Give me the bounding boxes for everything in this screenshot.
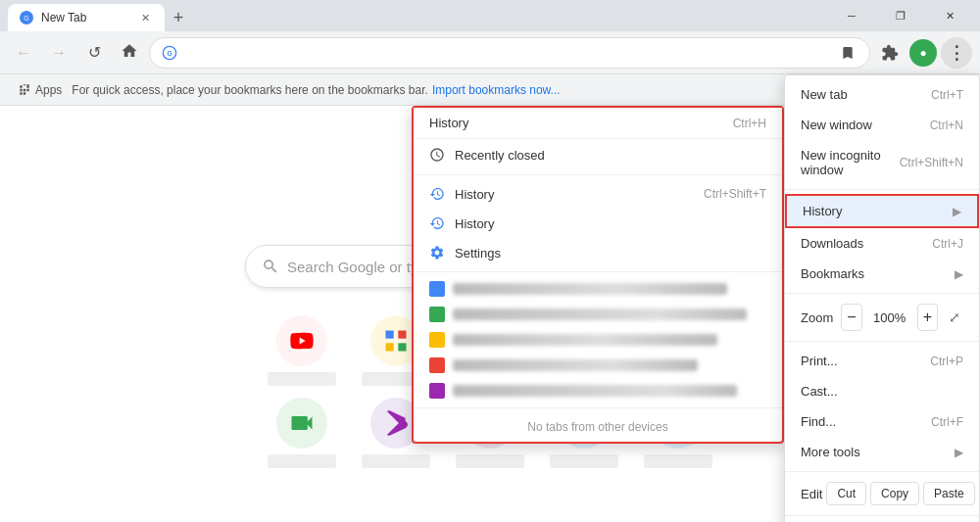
history-separator-2	[414, 271, 782, 272]
menu-downloads-shortcut: Ctrl+J	[932, 237, 963, 251]
history-item-2[interactable]: History	[414, 209, 782, 238]
cut-button[interactable]: Cut	[826, 482, 866, 505]
svg-text:G: G	[167, 49, 172, 56]
history-icon-1	[429, 186, 445, 202]
menu-new-tab[interactable]: New tab Ctrl+T	[785, 79, 979, 110]
history-separator-1	[414, 174, 782, 175]
history-item-1[interactable]: History Ctrl+Shift+T	[414, 179, 782, 209]
menu-history-arrow: ▶	[953, 205, 961, 218]
apps-button[interactable]: Apps	[12, 79, 68, 101]
no-tabs-text: No tabs from other devices	[414, 412, 782, 442]
menu-downloads[interactable]: Downloads Ctrl+J	[785, 228, 979, 259]
history-item-label-1: History	[455, 187, 694, 202]
menu-sep-3	[785, 341, 979, 342]
maximize-button[interactable]: ❐	[878, 0, 923, 31]
menu-new-tab-shortcut: Ctrl+T	[931, 88, 963, 102]
new-tab-button[interactable]: +	[165, 4, 192, 31]
recently-closed-icon	[429, 147, 445, 163]
copy-button[interactable]: Copy	[870, 482, 919, 505]
meet-icon	[276, 398, 327, 449]
linkedin-label	[550, 454, 618, 468]
address-icons	[838, 43, 858, 63]
bookmark-icon[interactable]	[838, 43, 858, 63]
history-url-2[interactable]	[414, 302, 782, 327]
svg-rect-8	[398, 343, 406, 351]
history-url-1[interactable]	[414, 276, 782, 302]
menu-new-window[interactable]: New window Ctrl+N	[785, 110, 979, 140]
google-icon: G	[162, 45, 177, 61]
menu-print-label: Print...	[801, 354, 922, 368]
history-item-label-2: History	[455, 216, 766, 231]
menu-sep-5	[785, 515, 979, 516]
svg-rect-5	[386, 331, 394, 339]
minimize-icon: ─	[848, 10, 856, 22]
zoom-plus-button[interactable]: +	[917, 304, 938, 331]
active-tab[interactable]: G New Tab ✕	[8, 4, 165, 31]
tab-favicon: G	[20, 11, 33, 24]
address-bar[interactable]: G	[149, 37, 870, 69]
menu-new-window-label: New window	[801, 118, 922, 132]
back-button[interactable]: ←	[8, 37, 39, 69]
shortcut-youtube[interactable]	[263, 315, 341, 386]
zoom-value: 100%	[870, 310, 909, 325]
bookmarks-info-text: For quick access, place your bookmarks h…	[72, 83, 428, 97]
menu-sep-2	[785, 293, 979, 294]
history-dropdown-title: History	[429, 116, 468, 130]
youtube-icon	[276, 315, 327, 366]
menu-incognito[interactable]: New incognito window Ctrl+Shift+N	[785, 140, 979, 185]
menu-cast[interactable]: Cast...	[785, 376, 979, 406]
settings-item[interactable]: Settings	[414, 238, 782, 267]
shortcut-meet[interactable]	[263, 398, 341, 468]
menu-print[interactable]: Print... Ctrl+P	[785, 346, 979, 376]
url-favicon-1	[429, 281, 445, 297]
history-dropdown: History Ctrl+H Recently closed History C…	[412, 106, 784, 444]
recently-closed-item[interactable]: Recently closed	[414, 139, 782, 170]
menu-incognito-shortcut: Ctrl+Shift+N	[900, 156, 963, 169]
history-url-3[interactable]	[414, 327, 782, 353]
home-button[interactable]	[114, 37, 145, 69]
menu-bookmarks-arrow: ▶	[955, 267, 963, 281]
menu-sep-4	[785, 471, 979, 472]
tab-strip: G New Tab ✕ +	[8, 0, 825, 31]
menu-sep-1	[785, 189, 979, 190]
settings-icon	[429, 245, 445, 261]
history-item-shortcut-1: Ctrl+Shift+T	[704, 187, 766, 201]
import-bookmarks-link[interactable]: Import bookmarks now...	[432, 83, 561, 97]
menu-history[interactable]: History ▶	[785, 194, 979, 228]
reload-button[interactable]: ↺	[78, 37, 110, 69]
address-input[interactable]	[185, 45, 830, 60]
window-controls: ─ ❐ ✕	[829, 0, 972, 31]
close-button[interactable]: ✕	[927, 0, 972, 31]
profile-button[interactable]: ●	[909, 39, 937, 67]
outlook-label	[644, 454, 712, 468]
chrome-menu-button[interactable]: ⋮	[941, 37, 972, 69]
tab-close-button[interactable]: ✕	[137, 10, 153, 25]
menu-find-label: Find...	[801, 414, 923, 429]
url-text-4	[453, 359, 698, 371]
history-url-4[interactable]	[414, 353, 782, 378]
forward-icon: →	[51, 44, 67, 62]
svg-text:G: G	[24, 15, 28, 22]
extensions-button[interactable]	[874, 37, 906, 69]
url-favicon-3	[429, 332, 445, 348]
tab-title: New Tab	[41, 11, 129, 24]
history-icon-2	[429, 215, 445, 231]
forward-button[interactable]: →	[43, 37, 74, 69]
zoom-expand-button[interactable]: ⤢	[946, 306, 963, 329]
url-text-3	[453, 334, 717, 346]
svg-rect-7	[386, 343, 394, 351]
apps-label: Apps	[35, 83, 62, 97]
play-label	[362, 454, 430, 468]
games-label	[456, 454, 524, 468]
paste-button[interactable]: Paste	[923, 482, 975, 505]
meet-label	[268, 454, 336, 468]
minimize-button[interactable]: ─	[829, 0, 874, 31]
menu-more-tools[interactable]: More tools ▶	[785, 437, 979, 467]
zoom-minus-button[interactable]: −	[841, 304, 861, 331]
menu-find[interactable]: Find... Ctrl+F	[785, 406, 979, 437]
history-url-5[interactable]	[414, 378, 782, 403]
recently-closed-label: Recently closed	[455, 148, 545, 163]
chrome-menu: New tab Ctrl+T New window Ctrl+N New inc…	[784, 74, 980, 522]
menu-bookmarks[interactable]: Bookmarks ▶	[785, 259, 979, 289]
menu-find-shortcut: Ctrl+F	[931, 415, 963, 429]
